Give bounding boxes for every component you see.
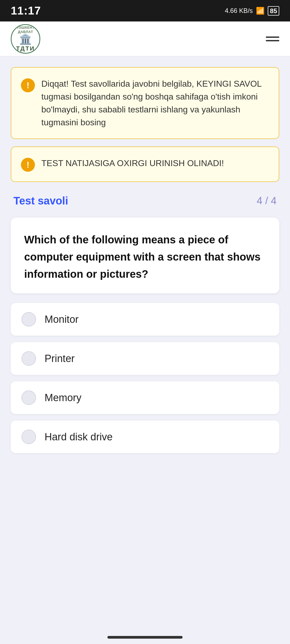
menu-button[interactable] xyxy=(266,36,279,41)
test-header: Test savoli 4 / 4 xyxy=(11,189,279,212)
logo-circle: ТОШКЕНТДАВЛАТ 🏛️ ТДТИ xyxy=(11,24,40,54)
warning-text-1: Diqqat! Test savollarida javobni belgila… xyxy=(41,77,269,129)
option-harddisk-label: Hard disk drive xyxy=(45,431,113,443)
question-text: Which of the following means a piece of … xyxy=(24,231,266,283)
option-monitor[interactable]: Monitor xyxy=(11,303,279,336)
hamburger-line-1 xyxy=(266,36,279,38)
logo-abbr: ТДТИ xyxy=(16,45,35,52)
warning-icon-1: ! xyxy=(21,78,35,92)
option-printer[interactable]: Printer xyxy=(11,342,279,375)
radio-printer[interactable] xyxy=(21,351,36,366)
hamburger-line-2 xyxy=(266,40,279,41)
warning-box-1: ! Diqqat! Test savollarida javobni belgi… xyxy=(11,67,279,139)
exclamation-icon-1: ! xyxy=(27,81,30,90)
battery-level: 85 xyxy=(268,6,279,16)
home-indicator xyxy=(107,636,183,639)
warning-text-2: TEST NATIJASIGA OXIRGI URINISH OLINADI! xyxy=(41,157,224,170)
radio-harddisk[interactable] xyxy=(21,430,36,444)
status-bar: 11:17 4.66 KB/s 📶 85 xyxy=(0,0,290,21)
option-monitor-label: Monitor xyxy=(45,314,79,325)
test-savoli-label: Test savoli xyxy=(13,195,68,207)
option-printer-label: Printer xyxy=(45,353,75,364)
question-card: Which of the following means a piece of … xyxy=(11,218,279,293)
logo-inner: ТОШКЕНТДАВЛАТ 🏛️ ТДТИ xyxy=(16,25,35,52)
exclamation-icon-2: ! xyxy=(27,160,30,169)
main-content: ! Diqqat! Test savollarida javobni belgi… xyxy=(0,56,290,464)
status-right-icons: 4.66 KB/s 📶 85 xyxy=(225,7,279,15)
options-container: Monitor Printer Memory Hard disk drive xyxy=(11,303,279,453)
option-memory-label: Memory xyxy=(45,392,81,404)
app-header: ТОШКЕНТДАВЛАТ 🏛️ ТДТИ xyxy=(0,21,290,56)
logo-container: ТОШКЕНТДАВЛАТ 🏛️ ТДТИ xyxy=(11,24,40,54)
radio-memory[interactable] xyxy=(21,390,36,405)
radio-monitor[interactable] xyxy=(21,312,36,327)
warning-box-2: ! TEST NATIJASIGA OXIRGI URINISH OLINADI… xyxy=(11,147,279,182)
option-memory[interactable]: Memory xyxy=(11,381,279,414)
test-counter: 4 / 4 xyxy=(257,195,277,207)
logo-text-top: ТОШКЕНТДАВЛАТ xyxy=(16,25,35,34)
data-speed: 4.66 KB/s xyxy=(225,7,253,14)
status-time: 11:17 xyxy=(11,4,41,17)
option-harddisk[interactable]: Hard disk drive xyxy=(11,420,279,453)
logo-building-icon: 🏛️ xyxy=(19,34,32,45)
warning-icon-2: ! xyxy=(21,158,35,172)
battery-icon: 85 xyxy=(268,7,279,15)
network-type: 📶 xyxy=(256,7,264,15)
